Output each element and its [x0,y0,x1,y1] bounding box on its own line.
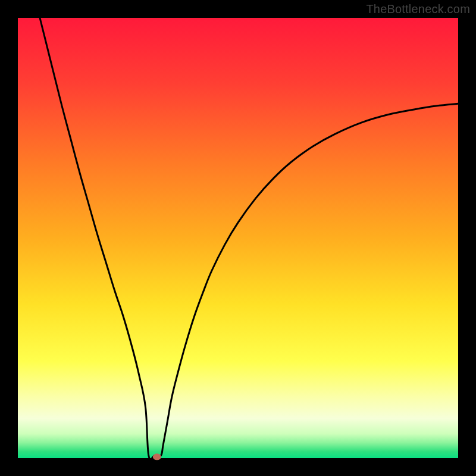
plot-background [18,18,458,458]
chart-frame: TheBottleneck.com [0,0,476,476]
watermark-text: TheBottleneck.com [366,2,470,16]
chart-svg [0,0,476,476]
curve-marker [153,453,161,460]
